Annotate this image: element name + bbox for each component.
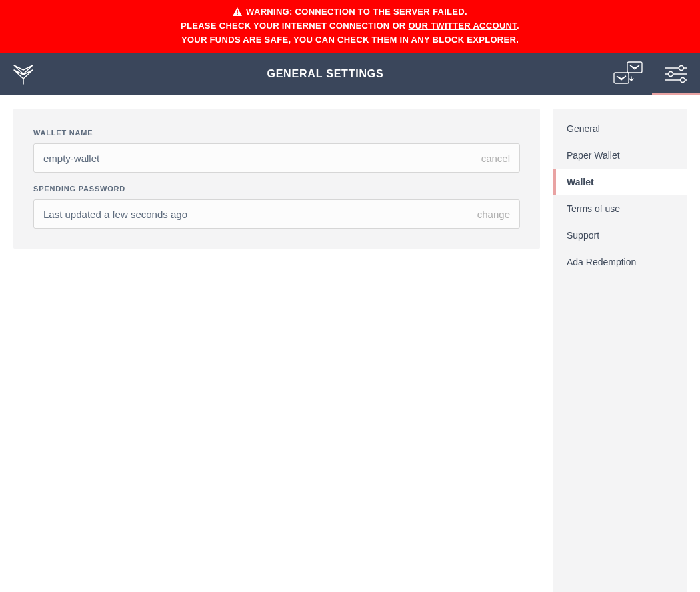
svg-point-9 [681,78,685,83]
warning-icon [233,7,242,16]
warning-line1: WARNING: CONNECTION TO THE SERVER FAILED… [246,5,467,19]
spending-password-status: Last updated a few seconds ago [43,209,477,220]
sidebar-item-label: General [567,123,600,134]
page-title: GENERAL SETTINGS [47,68,604,80]
app-header: GENERAL SETTINGS [0,53,700,95]
sidebar-item-terms-of-use[interactable]: Terms of use [553,195,687,222]
warning-line2-suffix: . [517,21,519,31]
wallet-name-label: WALLET NAME [33,129,520,137]
settings-icon[interactable] [652,53,700,95]
warning-banner: WARNING: CONNECTION TO THE SERVER FAILED… [0,0,700,53]
svg-rect-1 [237,14,238,15]
svg-point-5 [679,66,684,71]
app-logo[interactable] [0,63,47,85]
svg-point-7 [669,72,673,77]
sidebar-item-paper-wallet[interactable]: Paper Wallet [553,142,687,169]
settings-card: WALLET NAME cancel SPENDING PASSWORD Las… [13,109,540,249]
wallet-transfer-icon[interactable] [604,53,652,95]
wallet-name-input[interactable] [43,153,481,164]
svg-rect-3 [614,73,629,83]
sidebar-item-wallet[interactable]: Wallet [553,169,687,195]
svg-rect-2 [627,62,642,73]
spending-password-label: SPENDING PASSWORD [33,185,520,193]
sidebar-item-label: Wallet [567,177,594,187]
sidebar-item-support[interactable]: Support [553,222,687,249]
spending-password-change-button[interactable]: change [477,209,510,220]
sidebar-item-label: Support [567,230,599,241]
settings-sidebar: General Paper Wallet Wallet Terms of use… [553,109,687,592]
twitter-link[interactable]: OUR TWITTER ACCOUNT [408,21,517,31]
warning-line2-prefix: PLEASE CHECK YOUR INTERNET CONNECTION OR [181,21,408,31]
sidebar-item-label: Paper Wallet [567,150,620,161]
svg-rect-0 [237,10,238,13]
warning-line3: YOUR FUNDS ARE SAFE, YOU CAN CHECK THEM … [0,33,700,47]
sidebar-item-general[interactable]: General [553,115,687,142]
sidebar-item-label: Ada Redemption [567,257,636,267]
wallet-name-cancel-button[interactable]: cancel [481,153,510,164]
spending-password-group: SPENDING PASSWORD Last updated a few sec… [33,185,520,229]
main-panel: WALLET NAME cancel SPENDING PASSWORD Las… [0,95,553,592]
sidebar-item-ada-redemption[interactable]: Ada Redemption [553,249,687,275]
sidebar-item-label: Terms of use [567,203,620,214]
wallet-name-group: WALLET NAME cancel [33,129,520,173]
